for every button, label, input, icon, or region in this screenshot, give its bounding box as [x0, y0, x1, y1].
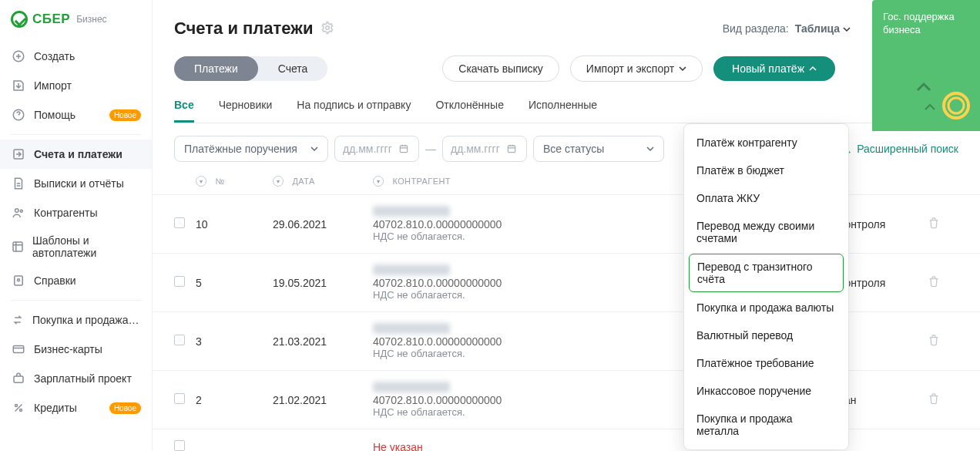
- logo[interactable]: СБЕР Бизнес: [0, 0, 152, 35]
- tab-rejected[interactable]: Отклонённые: [435, 99, 504, 123]
- segment-control: Платежи Счета: [174, 56, 327, 81]
- sidebar-item-label: Создать: [34, 50, 75, 62]
- cell-date: 21.03.2021: [273, 335, 373, 348]
- sidebar-business-cards[interactable]: Бизнес-карты: [0, 335, 152, 364]
- table-row[interactable]: 3 21.03.2021 40702.810.0.00000000000 НДС…: [153, 311, 980, 370]
- segment-accounts[interactable]: Счета: [258, 56, 328, 81]
- tab-drafts[interactable]: Черновики: [219, 99, 273, 123]
- date-from-input[interactable]: дд.мм.гггг: [334, 136, 419, 162]
- sidebar-create[interactable]: Создать: [0, 42, 152, 71]
- plus-circle-icon: [11, 49, 26, 64]
- sort-icon[interactable]: ▾: [373, 176, 384, 187]
- col-header-counterparty[interactable]: КОНТРАГЕНТ: [392, 177, 450, 186]
- sidebar-templates[interactable]: Шаблоны и автоплатежи: [0, 227, 152, 266]
- download-statement-button[interactable]: Скачать выписку: [442, 56, 559, 82]
- logo-brand: СБЕР: [32, 12, 70, 27]
- date-to-input[interactable]: дд.мм.гггг: [442, 136, 527, 162]
- chevron-down-icon: [679, 65, 686, 72]
- dropdown-item[interactable]: Платёжное требование: [684, 349, 848, 377]
- sidebar-item-label: Бизнес-карты: [34, 343, 102, 355]
- cell-number: 10: [196, 218, 273, 231]
- dropdown-item[interactable]: Перевод с транзитного счёта: [689, 254, 844, 292]
- cell-counterparty: 40702.810.0.00000000000 НДС не облагаетс…: [373, 264, 712, 301]
- svg-point-7: [18, 279, 20, 281]
- table-row[interactable]: 5 19.05.2021 40702.810.0.00000000000 НДС…: [153, 253, 980, 311]
- exchange-icon: [11, 312, 25, 328]
- doc-type-select[interactable]: Платёжные поручения: [174, 136, 328, 162]
- cell-date: 19.05.2021: [273, 277, 373, 289]
- sort-icon[interactable]: ▾: [196, 176, 206, 187]
- sidebar-accounts-payments[interactable]: Счета и платежи: [0, 140, 152, 169]
- svg-rect-15: [400, 146, 407, 153]
- delete-icon[interactable]: [928, 395, 940, 407]
- settings-gear-icon[interactable]: [321, 21, 334, 37]
- promo-decoration-icon: [906, 67, 975, 125]
- row-checkbox[interactable]: [174, 335, 185, 345]
- row-checkbox[interactable]: [174, 393, 185, 404]
- view-label: Вид раздела:: [723, 22, 789, 35]
- delete-icon[interactable]: [928, 336, 940, 348]
- svg-point-4: [20, 210, 22, 212]
- new-payment-dropdown: Платёж контрагентуПлатёж в бюджетОплата …: [683, 123, 849, 450]
- row-checkbox[interactable]: [174, 440, 185, 451]
- extended-search-link[interactable]: Расширенный поиск: [840, 143, 958, 155]
- import-icon: [11, 78, 26, 93]
- sidebar-import[interactable]: Импорт: [0, 71, 152, 100]
- sort-icon[interactable]: ▾: [273, 176, 284, 187]
- dropdown-item[interactable]: Перевод между своими счетами: [684, 212, 848, 252]
- counterparty-name-blurred: [373, 206, 450, 217]
- users-icon: [11, 205, 26, 220]
- calendar-icon: [506, 143, 517, 154]
- sidebar-item-label: Кредиты: [34, 402, 77, 414]
- status-select[interactable]: Все статусы: [533, 136, 664, 162]
- tab-to-sign[interactable]: На подпись и отправку: [297, 99, 411, 123]
- counterparty-name-blurred: [373, 264, 450, 275]
- row-checkbox[interactable]: [174, 276, 185, 287]
- dropdown-item[interactable]: Покупка и продажа валюты: [684, 294, 848, 321]
- table-row[interactable]: 2 21.02.2021 40702.810.0.00000000000 НДС…: [153, 370, 980, 429]
- dropdown-item[interactable]: Оплата ЖКУ: [684, 184, 848, 212]
- sidebar-credits[interactable]: Кредиты Новое: [0, 393, 152, 422]
- dropdown-item[interactable]: Валютный перевод: [684, 321, 848, 349]
- sidebar-item-label: Импорт: [34, 79, 72, 92]
- main-content: Гос. поддержка бизнеса Счета и платежи В…: [153, 0, 980, 451]
- sidebar-certificates[interactable]: Справки: [0, 266, 152, 295]
- col-header-date[interactable]: ДАТА: [292, 177, 314, 186]
- new-payment-button[interactable]: Новый платёж: [713, 56, 835, 81]
- cell-number: 2: [196, 394, 273, 406]
- promo-banner[interactable]: Гос. поддержка бизнеса: [872, 0, 980, 131]
- col-header-number[interactable]: №: [215, 177, 224, 186]
- tab-executed[interactable]: Исполненные: [529, 99, 597, 123]
- delete-icon[interactable]: [928, 278, 940, 290]
- promo-line2: бизнеса: [883, 24, 969, 37]
- date-range-dash: —: [425, 143, 436, 155]
- question-circle-icon: [11, 107, 26, 123]
- sidebar-currency-exchange[interactable]: Покупка и продажа валют: [0, 305, 152, 335]
- svg-point-11: [20, 409, 22, 412]
- svg-point-13: [948, 98, 964, 113]
- sidebar-item-label: Шаблоны и автоплатежи: [32, 234, 141, 259]
- dropdown-item[interactable]: Платёж в бюджет: [684, 157, 848, 184]
- dropdown-item[interactable]: Платёж контрагенту: [684, 129, 848, 157]
- svg-point-3: [15, 209, 19, 213]
- status-tabs: Все Черновики На подпись и отправку Откл…: [174, 99, 958, 123]
- sidebar-salary-project[interactable]: Зарплатный проект: [0, 364, 152, 393]
- cell-number: 5: [196, 277, 273, 289]
- tab-all[interactable]: Все: [174, 99, 194, 123]
- dropdown-item[interactable]: Покупка и продажа металла: [684, 405, 848, 445]
- view-select[interactable]: Таблица: [795, 22, 851, 35]
- table-row[interactable]: Не указан: [153, 429, 980, 451]
- segment-payments[interactable]: Платежи: [174, 56, 258, 81]
- logo-sub: Бизнес: [76, 14, 106, 25]
- sidebar-counterparties[interactable]: Контрагенты: [0, 198, 152, 227]
- sidebar-statements[interactable]: Выписки и отчёты: [0, 169, 152, 198]
- table-row[interactable]: 10 29.06.2021 40702.810.0.00000000000 НД…: [153, 194, 980, 253]
- svg-rect-8: [13, 346, 24, 353]
- svg-rect-16: [508, 146, 515, 153]
- svg-point-14: [326, 25, 330, 29]
- import-export-button[interactable]: Импорт и экспорт: [570, 56, 703, 82]
- delete-icon[interactable]: [928, 219, 940, 231]
- sidebar-help[interactable]: Помощь Новое: [0, 100, 152, 130]
- row-checkbox[interactable]: [174, 217, 185, 228]
- dropdown-item[interactable]: Инкассовое поручение: [684, 377, 848, 405]
